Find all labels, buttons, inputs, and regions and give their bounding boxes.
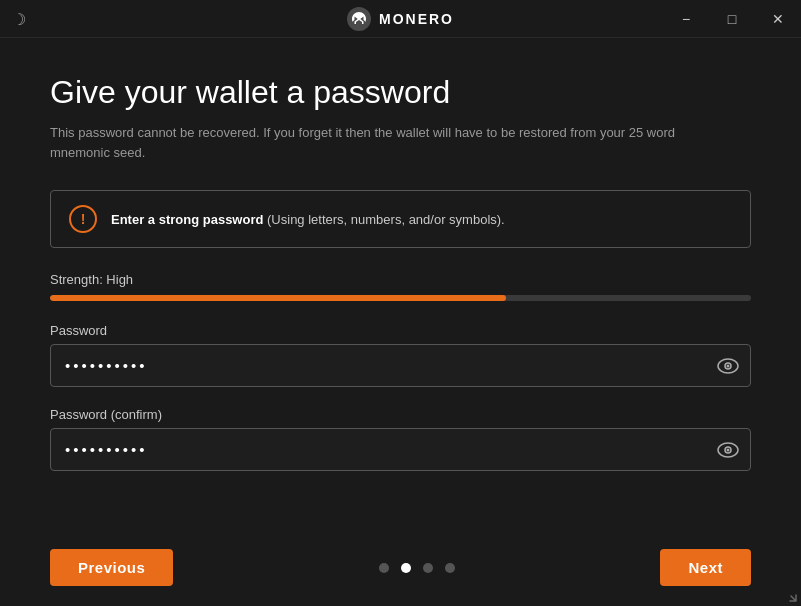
pagination-dot-4 [445,563,455,573]
strength-bar-background [50,295,751,301]
close-button[interactable]: ✕ [755,0,801,38]
previous-button[interactable]: Previous [50,549,173,586]
info-text-rest: (Using letters, numbers, and/or symbols)… [263,212,504,227]
svg-point-3 [727,364,730,367]
password-confirm-label: Password (confirm) [50,407,751,422]
password-input[interactable] [50,344,751,387]
minimize-button[interactable]: − [663,0,709,38]
eye-confirm-icon [717,442,739,458]
titlebar: ☽ MONERO − □ ✕ [0,0,801,38]
info-text-bold: Enter a strong password [111,212,263,227]
page-subtitle: This password cannot be recovered. If yo… [50,123,730,162]
bottom-navigation: Previous Next [0,549,801,586]
warning-icon: ! [69,205,97,233]
moon-icon: ☽ [12,10,26,27]
eye-icon [717,358,739,374]
info-box: ! Enter a strong password (Using letters… [50,190,751,248]
monero-logo-icon [347,7,371,31]
svg-point-6 [727,448,730,451]
pagination [379,563,455,573]
password-confirm-toggle-button[interactable] [717,442,739,458]
password-confirm-field-wrapper [50,428,751,471]
password-field-wrapper [50,344,751,387]
moon-icon-wrapper: ☽ [12,9,26,28]
password-toggle-button[interactable] [717,358,739,374]
info-text: Enter a strong password (Using letters, … [111,212,505,227]
main-content: Give your wallet a password This passwor… [0,38,801,511]
maximize-button[interactable]: □ [709,0,755,38]
pagination-dot-2 [401,563,411,573]
password-confirm-input[interactable] [50,428,751,471]
pagination-dot-3 [423,563,433,573]
resize-handle[interactable] [783,588,797,602]
strength-label: Strength: High [50,272,751,287]
window-controls: − □ ✕ [663,0,801,38]
app-title: MONERO [379,11,454,27]
next-button[interactable]: Next [660,549,751,586]
titlebar-logo: MONERO [347,7,454,31]
password-label: Password [50,323,751,338]
resize-icon [783,588,797,602]
page-title: Give your wallet a password [50,74,751,111]
strength-bar-fill [50,295,506,301]
pagination-dot-1 [379,563,389,573]
